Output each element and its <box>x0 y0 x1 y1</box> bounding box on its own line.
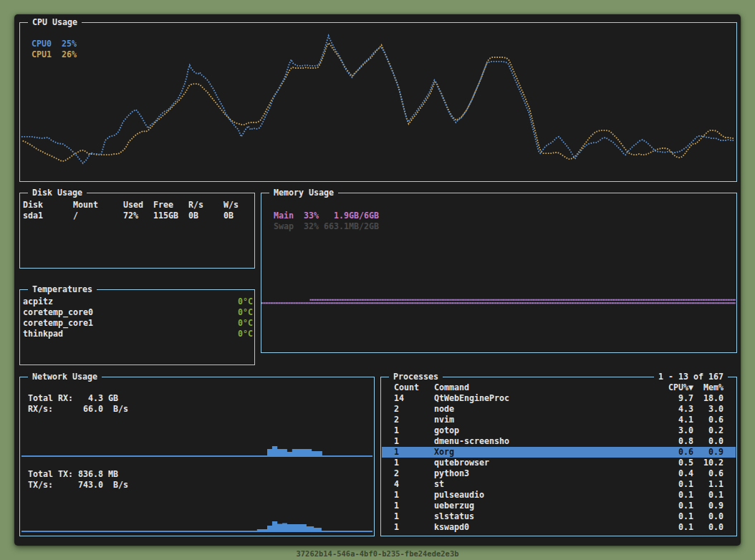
temperature-label: thinkpad <box>23 329 63 339</box>
process-mem: 0.9 <box>708 447 723 458</box>
process-cmd: pulseaudio <box>434 490 484 501</box>
process-cmd: node <box>434 404 454 415</box>
process-cpu: 0.1 <box>678 511 693 522</box>
temperature-label: acpitz <box>23 296 53 306</box>
process-cpu: 0.6 <box>678 447 693 458</box>
temperature-value: 0°C <box>238 329 253 339</box>
process-header-count[interactable]: Count <box>394 382 419 393</box>
disk-row-0-col-2: 72% <box>123 211 138 221</box>
process-row-slstatus[interactable]: 1slstatus0.10.0 <box>382 511 736 522</box>
process-mem: 10.2 <box>703 458 723 468</box>
network-tx-sparkline <box>21 505 372 532</box>
temperature-value: 0°C <box>238 318 253 329</box>
temperature-row-thinkpad: thinkpad0°C <box>23 329 253 339</box>
process-cpu: 0.4 <box>678 468 693 479</box>
process-cmd: python3 <box>434 468 469 479</box>
process-cpu: 3.0 <box>678 425 693 436</box>
disk-row-0-col-0: sda1 <box>23 211 43 221</box>
process-mem: 0.0 <box>708 511 723 522</box>
memory-history-chart <box>261 193 736 352</box>
temperature-value: 0°C <box>238 307 253 318</box>
disk-row-0-col-3: 115GB <box>153 211 178 221</box>
network-tx-total: Total TX: 836.8 MB <box>28 469 118 480</box>
process-row-Xorg[interactable]: 1Xorg0.60.9 <box>382 447 736 458</box>
disk-row-0-col-5: 0B <box>223 211 234 221</box>
disk-header-col-5: W/s <box>223 200 239 211</box>
process-row-qutebrowser[interactable]: 1qutebrowser0.510.2 <box>382 458 736 468</box>
temperature-label: coretemp_core1 <box>23 318 93 328</box>
process-mem: 0.0 <box>708 522 723 533</box>
process-row-st[interactable]: 4st0.11.1 <box>382 479 736 490</box>
process-mem: 18.0 <box>703 393 723 404</box>
process-row-gotop[interactable]: 1gotop3.00.2 <box>382 425 736 436</box>
process-count: 1 <box>394 501 399 511</box>
sparkline-area-TX/s <box>21 521 372 532</box>
process-count: 1 <box>394 490 399 501</box>
process-row-QtWebEngineProc[interactable]: 14QtWebEngineProc9.718.0 <box>382 393 736 404</box>
process-cpu: 4.3 <box>678 404 693 415</box>
process-cpu: 0.1 <box>678 479 693 490</box>
process-row-dmenu-screensho[interactable]: 1dmenu-screensho0.80.0 <box>382 436 736 447</box>
process-cpu: 0.1 <box>678 490 693 501</box>
process-cmd: qutebrowser <box>434 458 489 468</box>
process-count: 1 <box>394 447 399 458</box>
process-mem: 0.1 <box>708 490 723 501</box>
disk-row-0-col-1: / <box>73 211 78 221</box>
network-tx-rate: TX/s: 743.0 B/s <box>28 480 128 491</box>
statusbar-uuid-label: 37262b14-546a-4bf0-b235-fbe24ede2e3b <box>0 549 755 558</box>
process-count: 1 <box>394 425 399 436</box>
process-mem: 0.6 <box>708 415 723 425</box>
temperature-label: coretemp_core0 <box>23 307 93 317</box>
disk-header-col-2: Used <box>123 200 143 211</box>
process-mem: 0.6 <box>708 468 723 479</box>
process-cmd: QtWebEngineProc <box>434 393 509 404</box>
process-row-kswapd0[interactable]: 1kswapd00.10.0 <box>382 522 736 533</box>
process-mem: 0.9 <box>708 501 723 511</box>
disk-panel-title: Disk Usage <box>28 188 87 198</box>
process-header-command[interactable]: Command <box>434 382 469 393</box>
terminal-window[interactable]: CPU Usage CPU0 25% CPU1 26% Disk Usage D… <box>14 14 741 546</box>
process-mem: 1.1 <box>708 479 723 490</box>
process-cmd: ueberzug <box>434 501 474 511</box>
network-rx-total: Total RX: 4.3 GB <box>28 393 118 404</box>
process-cmd: kswapd0 <box>434 522 469 533</box>
process-row-node[interactable]: 2node4.33.0 <box>382 404 736 415</box>
process-row-ueberzug[interactable]: 1ueberzug0.10.9 <box>382 501 736 511</box>
disk-header-col-3: Free <box>153 200 173 211</box>
disk-header-col-0: Disk <box>23 200 43 211</box>
process-count: 1 <box>394 436 399 447</box>
process-cpu: 0.1 <box>678 522 693 533</box>
disk-header-col-4: R/s <box>188 200 203 211</box>
temperatures-panel-title: Temperatures <box>28 284 97 295</box>
process-cmd: nvim <box>434 415 454 425</box>
network-panel-title: Network Usage <box>28 372 102 382</box>
process-count: 1 <box>394 458 399 468</box>
process-count: 2 <box>394 404 399 415</box>
sparkline-area-RX/s <box>21 446 372 457</box>
process-count: 1 <box>394 522 399 533</box>
process-header-mem[interactable]: Mem% <box>703 382 723 393</box>
process-row-pulseaudio[interactable]: 1pulseaudio0.10.1 <box>382 490 736 501</box>
process-cmd: dmenu-screensho <box>434 436 509 447</box>
line-series-CPU0 <box>21 36 734 163</box>
process-cpu: 0.8 <box>678 436 693 447</box>
disk-usage-panel: Disk Usage DiskMountUsedFreeR/sW/ssda1/7… <box>19 193 255 269</box>
process-header-cpu[interactable]: CPU%▼ <box>668 382 693 393</box>
process-count: 1 <box>394 511 399 522</box>
process-row-nvim[interactable]: 2nvim4.10.6 <box>382 415 736 425</box>
process-count: 14 <box>394 393 404 404</box>
temperatures-panel: Temperatures acpitz0°Ccoretemp_core00°Cc… <box>19 289 255 365</box>
process-cmd: Xorg <box>434 447 454 458</box>
process-count: 2 <box>394 415 399 425</box>
process-cmd: st <box>434 479 444 490</box>
network-rx-rate: RX/s: 66.0 B/s <box>28 404 128 415</box>
process-cmd: slstatus <box>434 511 474 522</box>
process-cpu: 9.7 <box>678 393 693 404</box>
process-row-python3[interactable]: 2python30.40.6 <box>382 468 736 479</box>
process-mem: 0.2 <box>708 425 723 436</box>
temperature-value: 0°C <box>238 296 253 307</box>
process-table-header: Count Command CPU%▼ Mem% <box>382 382 736 393</box>
process-cpu: 0.1 <box>678 501 693 511</box>
processes-panel: Processes 1 - 13 of 167 Count Command CP… <box>380 377 737 536</box>
temperature-row-acpitz: acpitz0°C <box>23 296 253 307</box>
